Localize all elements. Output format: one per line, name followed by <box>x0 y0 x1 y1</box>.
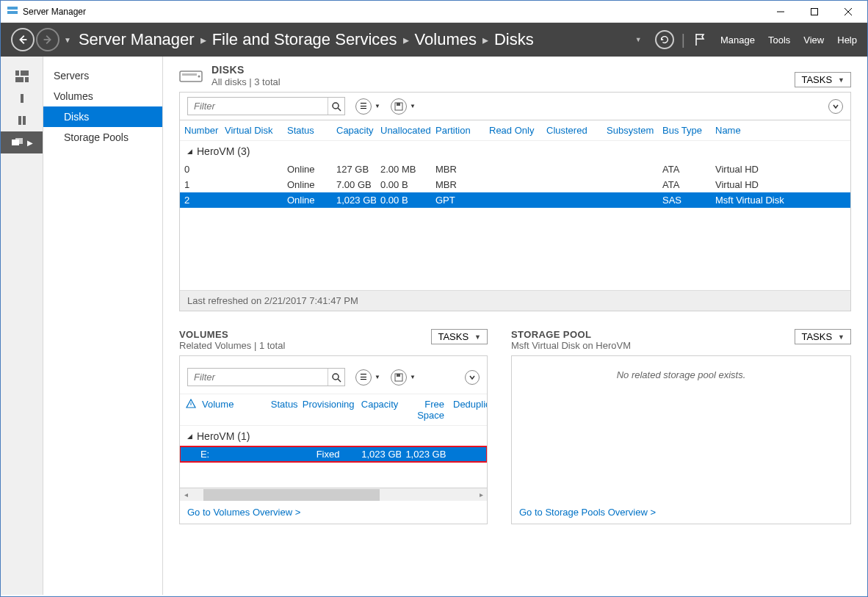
volumes-group-row[interactable]: ◢HeroVM (1) <box>180 426 487 446</box>
volumes-tasks-button[interactable]: TASKS▼ <box>431 329 488 344</box>
chevron-down-icon[interactable]: ▼ <box>410 103 416 109</box>
refresh-button[interactable] <box>655 30 674 49</box>
disks-expand-button[interactable] <box>828 99 843 114</box>
search-icon[interactable] <box>328 98 344 115</box>
sidebar-item-servers[interactable]: Servers <box>43 65 162 86</box>
app-icon <box>7 4 23 19</box>
main-content: DISKS All disks | 3 total TASKS▼ ☰▼ ▼ Nu… <box>163 57 867 595</box>
disks-title: DISKS <box>211 64 281 76</box>
breadcrumb-disks[interactable]: Disks <box>494 30 534 49</box>
disks-group-row[interactable]: ◢HeroVM (3) <box>180 141 850 162</box>
pool-title: STORAGE POOL <box>511 329 631 340</box>
svg-line-25 <box>338 379 341 382</box>
maximize-button[interactable] <box>800 1 833 23</box>
svg-rect-12 <box>21 94 23 103</box>
close-button[interactable] <box>833 1 867 23</box>
col-status[interactable]: Status <box>283 125 332 136</box>
svg-rect-27 <box>397 374 400 377</box>
svg-rect-3 <box>811 8 818 15</box>
col-volume-status[interactable]: Status <box>267 399 298 421</box>
horizontal-scrollbar[interactable]: ◂▸ <box>180 488 487 501</box>
col-deduplication[interactable]: Deduplic <box>449 399 485 421</box>
volumes-filter-input[interactable] <box>188 369 328 386</box>
disk-row-2[interactable]: 2Online1,023 GB0.00 BGPTSASMsft Virtual … <box>180 192 850 208</box>
pool-tasks-button[interactable]: TASKS▼ <box>795 329 851 344</box>
col-name[interactable]: Name <box>711 125 821 136</box>
disks-tasks-button[interactable]: TASKS▼ <box>795 72 851 87</box>
disk-icon <box>179 67 203 87</box>
volumes-save-button[interactable] <box>391 369 407 386</box>
col-free-space[interactable]: Free Space <box>401 399 449 421</box>
svg-point-20 <box>333 103 339 109</box>
volumes-views-button[interactable]: ☰ <box>355 369 372 386</box>
col-subsystem[interactable]: Subsystem <box>602 125 658 136</box>
window-title: Server Manager <box>23 7 86 17</box>
menu-view[interactable]: View <box>803 35 824 46</box>
rail-local-server[interactable] <box>1 87 43 109</box>
breadcrumb-file-storage[interactable]: File and Storage Services <box>212 30 397 49</box>
rail-dashboard[interactable] <box>1 65 43 87</box>
sidebar-item-disks[interactable]: Disks <box>43 106 162 127</box>
breadcrumb-volumes[interactable]: Volumes <box>415 30 477 49</box>
sidebar: Servers Volumes Disks Storage Pools <box>43 57 163 595</box>
svg-rect-18 <box>182 73 197 76</box>
volume-row-0[interactable]: E: Fixed 1,023 GB 1,023 GB <box>180 446 487 462</box>
svg-rect-11 <box>25 77 29 82</box>
disks-status-line: Last refreshed on 2/21/2017 7:41:47 PM <box>180 290 850 311</box>
header-separator: | <box>681 32 685 48</box>
chevron-down-icon[interactable]: ▼ <box>375 103 380 109</box>
minimize-button[interactable] <box>766 1 800 23</box>
svg-rect-8 <box>15 70 19 76</box>
nav-rail: ▶ <box>1 57 43 595</box>
col-unallocated[interactable]: Unallocated <box>376 125 431 136</box>
volumes-overview-link[interactable]: Go to Volumes Overview > <box>180 501 487 524</box>
volumes-title: VOLUMES <box>179 329 285 340</box>
breadcrumb-dd-icon[interactable]: ▼ <box>635 36 642 43</box>
rail-file-storage[interactable]: ▶ <box>1 131 43 153</box>
pool-subtitle: Msft Virtual Disk on HeroVM <box>511 340 631 351</box>
svg-rect-16 <box>15 138 23 144</box>
disks-filter-input[interactable] <box>188 98 328 115</box>
col-bus-type[interactable]: Bus Type <box>658 125 711 136</box>
menu-manage[interactable]: Manage <box>720 35 755 46</box>
col-vol-icon[interactable] <box>181 399 198 421</box>
sidebar-item-volumes[interactable]: Volumes <box>43 86 162 106</box>
svg-rect-23 <box>397 103 400 106</box>
col-number[interactable]: Number <box>180 125 220 136</box>
sidebar-item-storage-pools[interactable]: Storage Pools <box>43 127 162 148</box>
pool-empty-message: No related storage pool exists. <box>512 356 850 501</box>
menu-tools[interactable]: Tools <box>768 35 790 46</box>
col-read-only[interactable]: Read Only <box>485 125 542 136</box>
rail-all-servers[interactable] <box>1 109 43 131</box>
col-clustered[interactable]: Clustered <box>542 125 602 136</box>
svg-point-19 <box>198 76 200 78</box>
volumes-expand-button[interactable] <box>465 370 480 385</box>
volumes-subtitle: Related Volumes | 1 total <box>179 340 285 351</box>
svg-rect-13 <box>18 116 21 125</box>
titlebar: Server Manager <box>1 1 867 23</box>
svg-rect-9 <box>21 70 29 76</box>
search-icon[interactable] <box>328 369 344 386</box>
svg-point-24 <box>333 374 339 380</box>
col-virtual-disk[interactable]: Virtual Disk <box>220 125 283 136</box>
svg-rect-0 <box>7 7 18 10</box>
col-partition[interactable]: Partition <box>431 125 485 136</box>
menu-help[interactable]: Help <box>837 35 857 46</box>
nav-back-button[interactable] <box>11 28 35 51</box>
pools-overview-link[interactable]: Go to Storage Pools Overview > <box>512 501 850 524</box>
col-provisioning[interactable]: Provisioning <box>298 399 357 421</box>
col-volume[interactable]: Volume <box>198 399 267 421</box>
svg-rect-10 <box>15 77 23 82</box>
disks-save-button[interactable] <box>391 98 407 115</box>
disks-views-button[interactable]: ☰ <box>355 98 372 115</box>
col-capacity[interactable]: Capacity <box>332 125 376 136</box>
breadcrumb: Server Manager▸ File and Storage Service… <box>79 30 534 49</box>
flag-icon[interactable] <box>692 32 707 47</box>
disk-row-1[interactable]: 1Online7.00 GB0.00 BMBRATAVirtual HD <box>180 177 850 192</box>
col-vol-capacity[interactable]: Capacity <box>357 399 401 421</box>
disks-subtitle: All disks | 3 total <box>211 76 281 88</box>
breadcrumb-server-manager[interactable]: Server Manager <box>79 30 195 49</box>
nav-dropdown-icon[interactable]: ▼ <box>64 36 71 44</box>
disk-row-0[interactable]: 0Online127 GB2.00 MBMBRATAVirtual HD <box>180 162 850 177</box>
nav-forward-button[interactable] <box>36 28 59 51</box>
